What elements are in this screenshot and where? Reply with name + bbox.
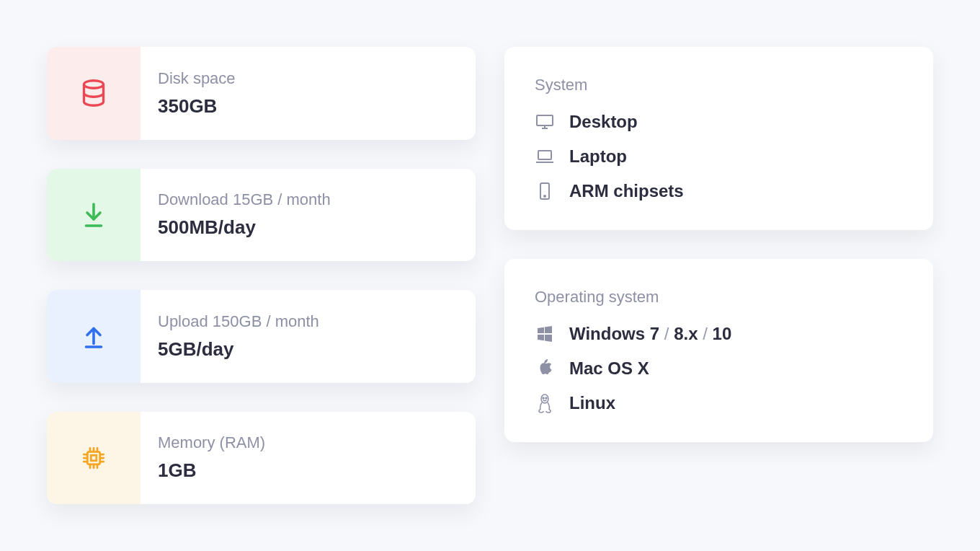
disk-icon-box bbox=[47, 47, 141, 140]
os-item-linux: Linux bbox=[535, 393, 903, 413]
svg-rect-2 bbox=[91, 455, 97, 461]
stat-value: 500MB/day bbox=[158, 216, 331, 239]
stat-card-disk: Disk space 350GB bbox=[47, 47, 476, 140]
system-item-laptop: Laptop bbox=[535, 146, 903, 167]
stat-card-memory: Memory (RAM) 1GB bbox=[47, 412, 476, 505]
system-item-desktop: Desktop bbox=[535, 112, 903, 132]
upload-icon bbox=[81, 322, 107, 351]
stat-value: 5GB/day bbox=[158, 338, 319, 361]
svg-rect-3 bbox=[537, 115, 553, 125]
system-item-label: ARM chipsets bbox=[569, 181, 684, 201]
stat-label: Memory (RAM) bbox=[158, 433, 265, 452]
windows-icon bbox=[535, 324, 555, 344]
cpu-icon bbox=[79, 444, 108, 472]
os-item-label: Mac OS X bbox=[569, 358, 649, 379]
system-item-arm: ARM chipsets bbox=[535, 181, 903, 201]
download-icon bbox=[81, 200, 107, 229]
system-card: System Desktop Laptop bbox=[504, 47, 933, 230]
svg-point-6 bbox=[544, 195, 545, 197]
upload-icon-box bbox=[47, 290, 141, 383]
svg-point-7 bbox=[541, 394, 548, 403]
stat-label: Upload 150GB / month bbox=[158, 312, 319, 331]
svg-rect-4 bbox=[538, 151, 551, 159]
stat-value: 350GB bbox=[158, 95, 236, 118]
system-card-title: System bbox=[535, 76, 903, 94]
download-icon-box bbox=[47, 169, 141, 262]
info-column: System Desktop Laptop bbox=[504, 47, 933, 504]
memory-icon-box bbox=[47, 412, 141, 505]
stats-column: Disk space 350GB Download 15GB / month 5… bbox=[47, 47, 476, 504]
stat-card-upload: Upload 150GB / month 5GB/day bbox=[47, 290, 476, 383]
os-item-mac: Mac OS X bbox=[535, 358, 903, 379]
laptop-icon bbox=[535, 146, 555, 167]
svg-point-9 bbox=[545, 397, 547, 399]
system-item-label: Laptop bbox=[569, 146, 627, 167]
stat-label: Disk space bbox=[158, 69, 236, 88]
linux-icon bbox=[535, 393, 555, 413]
os-card: Operating system Windows 7 / 8.x / 10 Ma… bbox=[504, 259, 933, 442]
apple-icon bbox=[535, 358, 555, 379]
os-item-label: Linux bbox=[569, 393, 615, 413]
svg-point-8 bbox=[543, 397, 544, 399]
svg-rect-1 bbox=[87, 451, 100, 464]
mobile-icon bbox=[535, 181, 555, 201]
os-card-title: Operating system bbox=[535, 288, 903, 307]
os-item-label: Windows 7 / 8.x / 10 bbox=[569, 324, 731, 344]
system-item-label: Desktop bbox=[569, 112, 638, 132]
stat-card-download: Download 15GB / month 500MB/day bbox=[47, 169, 476, 262]
database-icon bbox=[81, 79, 107, 107]
svg-point-0 bbox=[84, 81, 104, 89]
desktop-icon bbox=[535, 112, 555, 132]
stat-value: 1GB bbox=[158, 459, 265, 482]
stat-label: Download 15GB / month bbox=[158, 190, 331, 209]
os-item-windows: Windows 7 / 8.x / 10 bbox=[535, 324, 903, 344]
